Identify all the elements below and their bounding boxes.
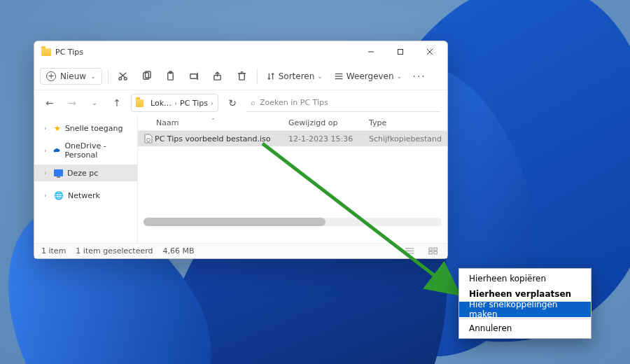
copy-button[interactable] (138, 67, 156, 85)
chevron-down-icon: ⌄ (90, 73, 96, 80)
ctx-copy-here[interactable]: Hierheen kopiëren (459, 271, 591, 286)
new-label: Nieuw (60, 71, 86, 81)
chevron-right-icon: › (174, 99, 177, 107)
status-bar: 1 item 1 item geselecteerd 4,66 MB (34, 243, 447, 258)
separator (257, 69, 258, 84)
ctx-cancel[interactable]: Annuleren (459, 321, 591, 336)
horizontal-scrollbar[interactable] (144, 218, 442, 226)
delete-button[interactable] (233, 67, 251, 85)
paste-button[interactable] (162, 67, 180, 85)
sort-label: Sorteren (279, 71, 315, 81)
plus-icon: + (46, 71, 56, 81)
back-button[interactable]: ← (41, 94, 58, 111)
folder-icon (41, 48, 51, 56)
cloud-icon (53, 146, 60, 155)
breadcrumb-seg: PC Tips (180, 99, 208, 108)
chevron-right-icon: › (44, 147, 49, 154)
scrollbar-thumb[interactable] (144, 218, 326, 226)
forward-button[interactable]: → (64, 94, 80, 111)
file-list: ⌃ Naam Gewijzigd op Type PC Tips voorbee… (138, 115, 447, 243)
column-headers[interactable]: ⌃ Naam Gewijzigd op Type (138, 115, 447, 131)
star-icon: ★ (54, 124, 61, 133)
file-name: PC Tips voorbeeld bestand.iso (155, 134, 288, 144)
chevron-right-icon: › (44, 192, 50, 199)
search-icon: ⌕ (251, 98, 255, 107)
sidebar-item-label: Deze pc (67, 169, 98, 178)
share-button[interactable] (209, 67, 227, 85)
chevron-right-icon: › (44, 125, 50, 132)
folder-icon (136, 99, 144, 107)
col-type: Type (369, 118, 447, 127)
svg-rect-15 (239, 74, 245, 80)
chevron-down-icon: ⌄ (317, 73, 323, 80)
search-input[interactable]: ⌕ Zoeken in PC Tips (246, 94, 440, 112)
svg-rect-26 (434, 248, 437, 251)
sidebar: › ★ Snelle toegang › OneDrive - Personal… (34, 115, 138, 243)
separator (108, 69, 108, 84)
new-button[interactable]: + Nieuw ⌄ (40, 68, 102, 85)
refresh-button[interactable]: ↻ (224, 94, 241, 111)
search-placeholder: Zoeken in PC Tips (260, 98, 328, 107)
window-title: PC Tips (55, 48, 83, 57)
chevron-right-icon: › (211, 99, 214, 107)
rename-button[interactable] (186, 67, 204, 85)
sort-button[interactable]: Sorteren ⌄ (263, 70, 326, 83)
sidebar-item-network[interactable]: › 🌐 Netwerk (34, 187, 137, 204)
svg-rect-28 (434, 251, 437, 254)
breadcrumb[interactable]: Lok… › PC Tips › (131, 94, 218, 112)
status-size: 4,66 MB (162, 246, 194, 255)
disc-image-icon (142, 134, 155, 144)
titlebar[interactable]: PC Tips (34, 41, 447, 62)
details-view-button[interactable] (402, 246, 416, 257)
view-button[interactable]: Weergeven ⌄ (331, 70, 405, 83)
ctx-create-shortcut-here[interactable]: Hier snelkoppelingen maken (459, 302, 591, 317)
sidebar-item-quick-access[interactable]: › ★ Snelle toegang (34, 120, 137, 136)
sort-indicator-icon: ⌃ (211, 118, 216, 124)
icons-view-button[interactable] (426, 246, 440, 257)
breadcrumb-seg: Lok… (150, 99, 172, 108)
address-bar: ← → ⌄ ↑ Lok… › PC Tips › ↻ ⌕ Zoeken in P… (34, 90, 447, 115)
close-button[interactable] (415, 42, 444, 62)
monitor-icon (54, 169, 63, 176)
cut-button[interactable] (114, 67, 132, 85)
globe-icon: 🌐 (54, 191, 64, 200)
sidebar-item-onedrive[interactable]: › OneDrive - Personal (34, 142, 137, 159)
svg-rect-12 (190, 74, 197, 79)
chevron-right-icon: › (44, 169, 50, 176)
toolbar: + Nieuw ⌄ Sorteren ⌄ Wee (34, 62, 447, 90)
col-modified: Gewijzigd op (288, 118, 369, 127)
sidebar-item-this-pc[interactable]: › Deze pc (34, 164, 137, 181)
up-button[interactable]: ↑ (108, 94, 125, 111)
col-name: Naam (156, 118, 178, 127)
file-date: 12-1-2023 15:36 (288, 134, 369, 144)
sidebar-item-label: Snelle toegang (65, 124, 123, 133)
drop-context-menu: Hierheen kopiëren Hierheen verplaatsen H… (458, 268, 592, 339)
file-row[interactable]: PC Tips voorbeeld bestand.iso 12-1-2023 … (138, 131, 447, 146)
recent-button[interactable]: ⌄ (86, 94, 103, 111)
svg-rect-1 (398, 50, 403, 55)
minimize-button[interactable] (356, 42, 386, 62)
more-button[interactable]: ··· (410, 67, 428, 85)
file-type: Schijfkopiebestand (369, 134, 447, 144)
chevron-down-icon: ⌄ (397, 73, 402, 80)
file-explorer-window: PC Tips + Nieuw ⌄ (34, 41, 448, 259)
svg-rect-25 (429, 248, 432, 251)
maximize-button[interactable] (386, 42, 415, 62)
view-label: Weergeven (346, 71, 394, 81)
svg-rect-27 (429, 251, 432, 254)
sidebar-item-label: OneDrive - Personal (64, 141, 132, 160)
status-selected: 1 item geselecteerd (76, 246, 153, 255)
sidebar-item-label: Netwerk (68, 191, 100, 200)
status-item-count: 1 item (41, 246, 66, 255)
